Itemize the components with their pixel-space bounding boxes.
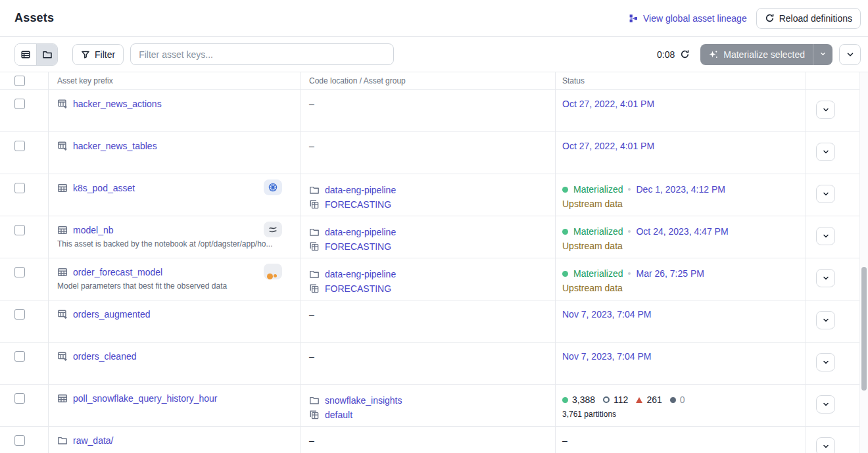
status-date-link[interactable]: Oct 27, 2022, 4:01 PM <box>562 141 654 151</box>
page-header: Assets View global asset lineage Reload … <box>0 0 868 37</box>
kubernetes-icon <box>268 182 278 193</box>
count-missing: 0 <box>680 394 685 405</box>
status-note: Upstream data <box>562 199 806 209</box>
asset-group-link[interactable]: FORECASTING <box>325 199 391 210</box>
asset-name-link[interactable]: orders_augmented <box>73 309 151 320</box>
row-checkbox[interactable] <box>14 141 25 151</box>
row-expand-button[interactable] <box>816 143 835 161</box>
status-date-link[interactable]: Nov 7, 2023, 7:04 PM <box>562 351 651 362</box>
code-location-link[interactable]: data-eng-pipeline <box>325 185 396 195</box>
row-checkbox[interactable] <box>14 267 25 277</box>
chevron-down-icon <box>846 50 855 59</box>
materialize-selected-button[interactable]: Materialize selected <box>700 44 832 65</box>
location-dash: – <box>309 99 555 109</box>
row-checkbox[interactable] <box>14 183 25 193</box>
row-expand-button[interactable] <box>816 227 835 245</box>
materialize-icon <box>708 49 719 60</box>
asset-folder-icon <box>57 435 68 446</box>
materialized-dot-icon <box>562 271 568 277</box>
table-row: k8s_pod_asset data-eng-pipeline <box>0 174 868 216</box>
row-checkbox[interactable] <box>14 351 25 362</box>
code-location-link[interactable]: data-eng-pipeline <box>325 269 396 279</box>
vertical-scrollbar-track[interactable] <box>859 72 868 453</box>
row-expand-button[interactable] <box>816 101 835 119</box>
status-label: Materialized <box>573 184 623 195</box>
count-observed: 112 <box>614 394 628 405</box>
row-checkbox[interactable] <box>14 393 25 404</box>
chevron-down-icon <box>822 400 830 408</box>
row-expand-button[interactable] <box>816 311 835 329</box>
status-date-link2[interactable]: Mar 26, 7:25 PM <box>636 268 704 279</box>
row-expand-button[interactable] <box>816 395 835 414</box>
table-header-row: Asset key prefix Code location / Asset g… <box>0 72 868 90</box>
filter-button[interactable]: Filter <box>72 44 124 65</box>
row-expand-button[interactable] <box>816 437 835 453</box>
reload-icon <box>765 13 775 23</box>
row-checkbox[interactable] <box>14 99 25 109</box>
lineage-icon <box>628 13 639 24</box>
asset-table-plus-icon <box>57 351 68 362</box>
chevron-down-icon <box>822 232 830 240</box>
partitions-missing-icon <box>670 397 676 403</box>
asset-group-link[interactable]: FORECASTING <box>325 241 391 252</box>
asset-name-link[interactable]: orders_cleaned <box>73 351 137 362</box>
code-location-folder-icon <box>309 227 320 237</box>
filter-icon <box>81 50 90 59</box>
view-global-asset-lineage-link[interactable]: View global asset lineage <box>628 13 747 24</box>
folder-view-toggle-button[interactable] <box>36 44 57 65</box>
code-location-folder-icon <box>309 269 320 279</box>
status-date-link[interactable]: Oct 27, 2022, 4:01 PM <box>562 99 654 109</box>
row-checkbox[interactable] <box>14 225 25 235</box>
asset-name-link[interactable]: order_forecast_model <box>73 267 162 277</box>
asset-badge <box>264 179 282 195</box>
asset-key-filter-input[interactable] <box>130 43 394 65</box>
assets-toolbar: Filter 0:08 Materialize selected <box>0 37 868 72</box>
row-expand-button[interactable] <box>816 269 835 287</box>
code-location-link[interactable]: snowflake_insights <box>325 395 402 406</box>
asset-group-icon <box>309 199 320 210</box>
row-checkbox[interactable] <box>14 435 25 446</box>
table-row: hacker_news_actions – Oct 27, 2022, 4:01… <box>0 90 868 132</box>
count-materialized: 3,388 <box>572 394 595 405</box>
partitions-materialized-icon <box>562 397 568 403</box>
row-expand-button[interactable] <box>816 353 835 371</box>
status-materialized: Materialized Dec 1, 2023, 4:12 PM Upstre… <box>562 183 806 209</box>
status-date-link2[interactable]: Dec 1, 2023, 4:12 PM <box>636 184 725 195</box>
asset-name-link[interactable]: hacker_news_tables <box>73 141 157 151</box>
asset-name-link[interactable]: hacker_news_actions <box>73 99 162 109</box>
asset-name-link[interactable]: model_nb <box>73 225 114 235</box>
asset-group-link[interactable]: FORECASTING <box>325 283 391 294</box>
status-note: Upstream data <box>562 283 806 293</box>
reload-label: Reload definitions <box>779 13 852 24</box>
asset-name-link[interactable]: k8s_pod_asset <box>73 183 135 193</box>
status-date-link2[interactable]: Oct 24, 2023, 4:47 PM <box>636 226 728 237</box>
view-toggle <box>14 43 58 66</box>
materialized-dot-icon <box>562 229 568 235</box>
row-expand-button[interactable] <box>816 185 835 203</box>
row-checkbox[interactable] <box>14 309 25 320</box>
column-header-code-location: Code location / Asset group <box>301 72 556 89</box>
code-location-link[interactable]: data-eng-pipeline <box>325 227 396 237</box>
page-title: Assets <box>14 11 54 25</box>
chevron-down-icon <box>822 358 830 366</box>
materialize-dropdown-caret[interactable] <box>813 44 832 65</box>
location-lines: snowflake_insights default <box>309 393 555 422</box>
refresh-icon[interactable] <box>680 49 690 59</box>
materialized-dot-icon <box>562 187 568 193</box>
asset-name-link[interactable]: poll_snowflake_query_history_hour <box>73 393 217 404</box>
location-lines: data-eng-pipeline FORECASTING <box>309 225 555 254</box>
refresh-timer: 0:08 <box>657 49 675 60</box>
materialize-label: Materialize selected <box>723 49 805 60</box>
table-row: order_forecast_model Model parameters th… <box>0 258 868 300</box>
toolbar-more-button[interactable] <box>839 44 861 65</box>
asset-name-link[interactable]: raw_data/ <box>73 435 113 446</box>
vertical-scrollbar-thumb[interactable] <box>861 267 867 391</box>
location-dash: – <box>309 141 555 151</box>
select-all-checkbox[interactable] <box>14 76 25 86</box>
list-view-toggle-button[interactable] <box>15 44 36 65</box>
reload-definitions-button[interactable]: Reload definitions <box>756 8 861 29</box>
asset-group-link[interactable]: default <box>325 410 352 420</box>
asset-badge <box>264 264 282 279</box>
status-date-link[interactable]: Nov 7, 2023, 7:04 PM <box>562 309 651 320</box>
column-header-status: Status <box>556 72 806 89</box>
